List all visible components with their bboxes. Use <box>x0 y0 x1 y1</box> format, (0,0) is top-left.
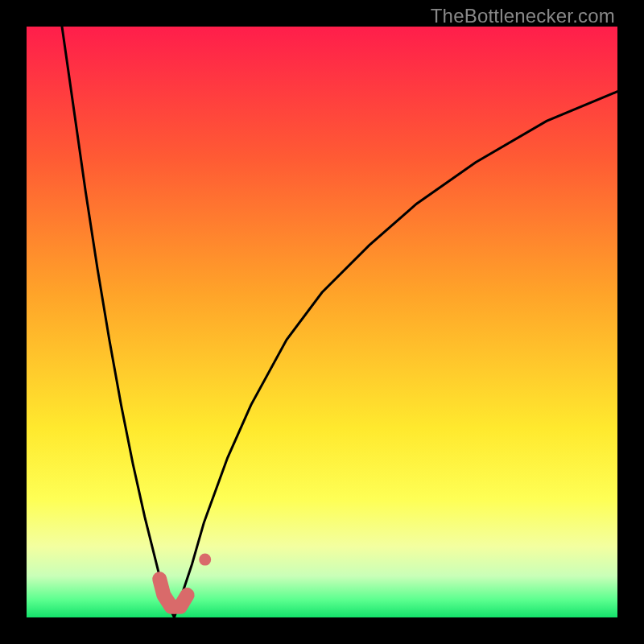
highlight-dot <box>199 554 211 566</box>
outer-frame: TheBottlenecker.com <box>0 0 644 644</box>
watermark-text: TheBottlenecker.com <box>431 5 615 27</box>
highlight-segment <box>159 579 187 607</box>
plot-area <box>27 27 617 617</box>
left-curve <box>62 27 175 617</box>
curves-layer <box>27 27 617 617</box>
right-curve <box>175 92 618 617</box>
